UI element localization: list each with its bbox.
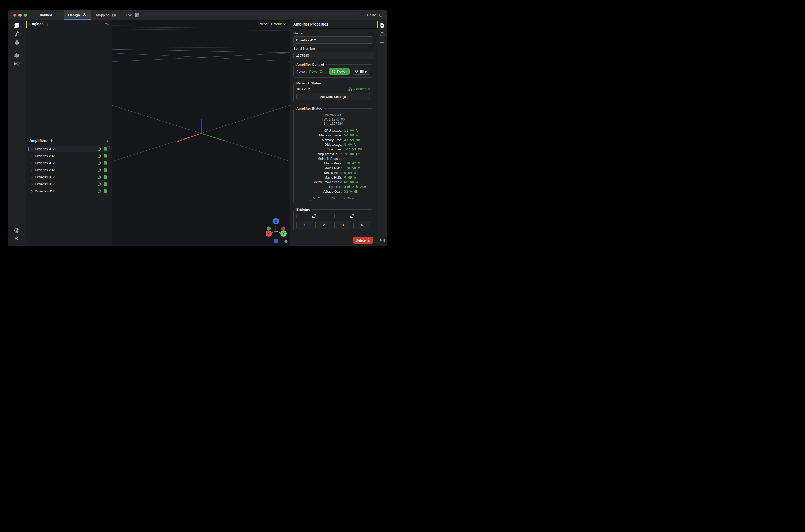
tab-design[interactable]: Design <box>63 11 91 20</box>
network-status-title: Network Status <box>296 81 323 85</box>
name-label: Name <box>294 31 373 35</box>
status-row-value: 120.50 V <box>344 166 360 170</box>
bridge-channels: 1 2 3 4 <box>296 221 370 229</box>
tab-mapping[interactable]: Mapping <box>91 11 121 20</box>
sidebar-item-settings[interactable]: ⚙ <box>14 236 20 242</box>
strip-item-properties[interactable] <box>379 22 385 28</box>
drawer-icon <box>380 32 385 36</box>
expand-chevron-icon[interactable] <box>31 183 33 186</box>
tab-live[interactable]: Live <box>121 11 144 20</box>
scene-canvas[interactable]: Z X Y <box>112 20 289 246</box>
channel-button[interactable]: 1 <box>296 221 313 229</box>
online-label: Online <box>367 13 377 17</box>
amplifier-row[interactable]: Driveflex 232 <box>29 153 110 159</box>
power-status-icon[interactable] <box>97 189 101 193</box>
document-icon <box>380 23 385 28</box>
status-row-label: Mains RMS: <box>296 176 342 179</box>
properties-header: Amplifier Properties <box>290 20 377 28</box>
channel-button[interactable]: 2 <box>315 221 332 229</box>
power-status-icon[interactable] <box>97 175 101 179</box>
status-row-value: 107.53 MB <box>344 147 362 151</box>
preset-selector[interactable]: Preset: Default <box>259 22 286 26</box>
amplifier-list: Driveflex 412 Driveflex 232 <box>26 145 112 194</box>
status-row-label: CPU Usage: <box>296 129 342 132</box>
orientation-gizmo[interactable]: Z X Y <box>265 218 288 243</box>
status-rows: CPU Usage: 11.00 % Memory Usage: 50.00 % <box>296 129 370 193</box>
strip-item-list[interactable] <box>379 40 385 45</box>
blink-button[interactable]: Blink <box>352 68 370 75</box>
expand-chevron-icon[interactable] <box>31 176 33 178</box>
power-status-icon[interactable] <box>97 147 101 151</box>
home-view-icon[interactable] <box>284 240 288 243</box>
minimize-window-button[interactable] <box>18 14 22 17</box>
zoom-window-button[interactable] <box>24 14 27 17</box>
amplifier-row[interactable]: Driveflex 412 <box>29 181 110 187</box>
amplifier-control-group: Amplifier Control Power: Power On Power <box>294 62 373 78</box>
gizmo-x-label: X <box>268 232 270 235</box>
viewport-3d[interactable]: Z X Y Preset: Default <box>112 20 289 246</box>
add-amplifier-button[interactable] <box>50 139 53 142</box>
gizmo-neg-axis-dot[interactable] <box>281 227 285 231</box>
strip-item-library[interactable] <box>379 31 385 37</box>
sidebar-divider <box>14 49 20 50</box>
audience-icon <box>14 53 20 58</box>
channel-button[interactable]: 3 <box>334 221 351 229</box>
broadcast-icon <box>14 61 20 66</box>
power-status-icon[interactable] <box>97 154 101 158</box>
status-row: Mains Peak: 0.69 A <box>296 171 370 175</box>
amplifier-row[interactable]: Driveflex 412 <box>29 174 110 180</box>
sidebar-item-engines[interactable] <box>14 23 20 28</box>
close-window-button[interactable] <box>13 14 16 17</box>
sort-amplifiers-icon[interactable] <box>105 139 109 142</box>
layout-icon <box>135 13 139 17</box>
name-input[interactable] <box>294 36 373 44</box>
delete-button[interactable]: Delete <box>353 237 373 244</box>
status-row-label: Mains Peak: <box>296 171 342 175</box>
status-row-value: 0.49 A <box>344 175 356 179</box>
channel-button[interactable]: 4 <box>353 221 370 229</box>
status-row-label: Active Power Peak: <box>296 180 342 184</box>
gizmo-bottom-dot[interactable] <box>274 239 278 243</box>
expand-chevron-icon[interactable] <box>31 169 33 172</box>
power-status-icon[interactable] <box>97 168 101 172</box>
sidebar-item-arrays[interactable] <box>14 31 20 37</box>
add-engine-button[interactable] <box>46 22 50 26</box>
expand-chevron-icon[interactable] <box>31 190 33 193</box>
amplifier-row[interactable]: Driveflex 232 <box>29 167 110 173</box>
status-row: Disk Free: 107.53 MB <box>296 147 370 151</box>
sidebar-item-objects[interactable] <box>14 40 20 45</box>
serial-input[interactable] <box>294 52 373 59</box>
trash-icon <box>367 239 371 242</box>
status-row-label: Memory Usage: <box>296 134 342 137</box>
amplifier-device-icon <box>104 175 108 179</box>
expand-chevron-icon[interactable] <box>31 162 33 165</box>
left-icon-sidebar: ⚙ <box>7 20 26 246</box>
strip-item-playback[interactable] <box>379 238 385 243</box>
expand-chevron-icon[interactable] <box>31 148 33 150</box>
sidebar-item-broadcast[interactable] <box>14 61 20 66</box>
titlebar: untitled Design Mapping Live Online <box>7 11 388 20</box>
amplifier-device-icon <box>104 168 108 172</box>
ip-address: 10.0.2.95 <box>296 87 310 91</box>
bridge-lock-button-left[interactable] <box>296 213 332 219</box>
preset-value: Default <box>271 22 282 26</box>
gizmo-neg-axis-dot[interactable] <box>267 227 271 231</box>
sidebar-item-account[interactable] <box>14 227 20 233</box>
power-button[interactable]: Power <box>329 68 350 75</box>
status-row: Temp Transf PFC: 78.80 F° <box>296 152 370 156</box>
sort-engines-icon[interactable] <box>105 22 109 26</box>
status-row-label: Up Time: <box>296 185 342 189</box>
amplifier-row[interactable]: Driveflex 412 <box>29 146 110 152</box>
map-icon <box>112 13 116 17</box>
amplifier-row[interactable]: Driveflex 412 <box>29 160 110 166</box>
status-row-value: 43.59 MB <box>344 138 360 142</box>
expand-chevron-icon[interactable] <box>31 155 33 157</box>
status-row-label: Mains RMS: <box>296 166 342 170</box>
power-status-icon[interactable] <box>97 161 101 165</box>
power-status-icon[interactable] <box>97 182 101 186</box>
status-row-value: 32.0 dB <box>344 189 358 193</box>
network-settings-button[interactable]: Network Settings <box>296 93 370 100</box>
sidebar-item-audience[interactable] <box>14 52 20 58</box>
bridge-lock-button-right[interactable] <box>334 213 370 219</box>
amplifier-row[interactable]: Driveflex 412 <box>29 188 110 194</box>
